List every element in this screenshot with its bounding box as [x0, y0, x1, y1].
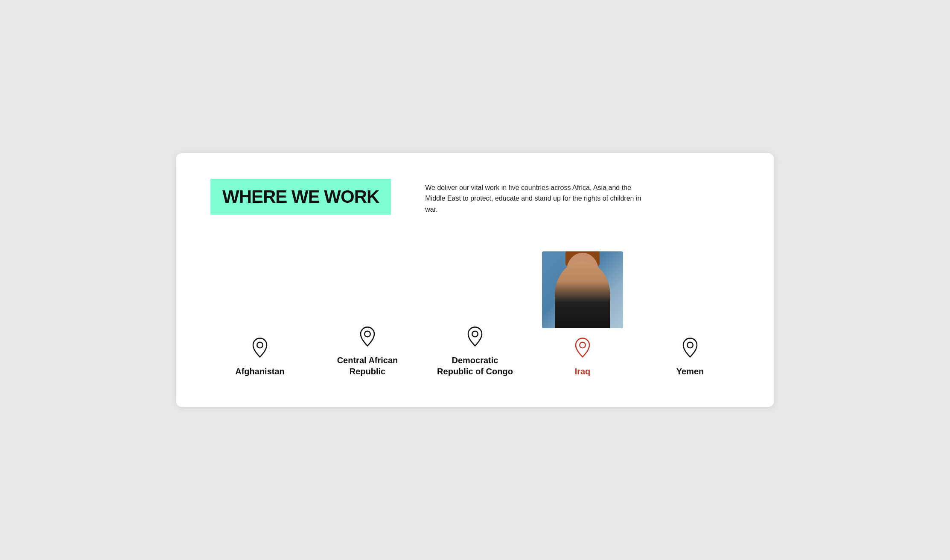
page-title: WHERE WE WORK	[222, 187, 379, 207]
country-item-afghanistan[interactable]: Afghanistan	[210, 251, 309, 377]
photo-iraq	[542, 251, 623, 328]
countries-section: Afghanistan Central AfricanRepublic	[210, 240, 740, 377]
country-item-yemen[interactable]: Yemen	[641, 251, 740, 377]
description-text: We deliver our vital work in five countr…	[425, 179, 647, 215]
country-name-yemen[interactable]: Yemen	[676, 366, 704, 377]
svg-point-2	[472, 331, 478, 337]
title-block: WHERE WE WORK	[210, 179, 391, 215]
pin-icon-afghanistan	[248, 337, 271, 360]
country-name-afghanistan[interactable]: Afghanistan	[235, 366, 285, 377]
country-name-drc[interactable]: DemocraticRepublic of Congo	[437, 355, 513, 377]
country-item-car[interactable]: Central AfricanRepublic	[318, 240, 417, 377]
country-item-drc[interactable]: DemocraticRepublic of Congo	[425, 240, 525, 377]
photo-body	[555, 261, 610, 329]
svg-point-1	[364, 331, 370, 337]
svg-point-3	[580, 342, 586, 348]
country-name-car[interactable]: Central AfricanRepublic	[337, 355, 398, 377]
pin-icon-yemen	[679, 337, 702, 360]
svg-point-4	[687, 342, 693, 348]
where-we-work-card: WHERE WE WORK We deliver our vital work …	[176, 153, 774, 407]
pin-icon-car	[356, 326, 379, 349]
pin-icon-iraq	[571, 337, 594, 360]
svg-point-0	[257, 342, 263, 348]
pin-icon-drc	[463, 326, 487, 349]
person-photo	[542, 251, 623, 328]
top-section: WHERE WE WORK We deliver our vital work …	[210, 179, 740, 215]
country-item-iraq[interactable]: Iraq	[533, 251, 632, 377]
country-name-iraq[interactable]: Iraq	[575, 366, 591, 377]
